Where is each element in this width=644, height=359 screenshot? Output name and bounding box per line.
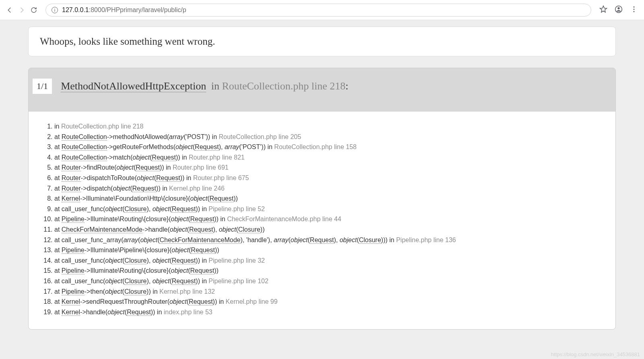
trace-class[interactable]: Pipeline [62, 288, 85, 295]
trace-type: object [171, 216, 188, 222]
trace-class[interactable]: Request [189, 226, 213, 233]
trace-class[interactable]: Closure [124, 288, 147, 295]
trace-line: at RouteCollection->methodNotAllowed(arr… [54, 132, 603, 142]
trace-class[interactable]: Router [62, 164, 81, 171]
trace-class[interactable]: Request [210, 195, 234, 202]
trace-class[interactable]: Request [190, 216, 215, 223]
trace-location[interactable]: Router.php line 691 [173, 164, 229, 171]
trace-class[interactable]: Request [310, 237, 334, 244]
trace-line: at call_user_func(object(Closure), objec… [54, 204, 603, 214]
trace-class[interactable]: RouteCollection [62, 133, 107, 141]
trace-line: at Kernel->sendRequestThroughRouter(obje… [54, 297, 603, 307]
trace-type: object [340, 237, 357, 243]
trace-type: object [153, 278, 170, 284]
trace-class[interactable]: Kernel [62, 309, 80, 316]
trace-class[interactable]: Kernel [62, 195, 80, 202]
reload-icon[interactable] [30, 6, 37, 14]
url-host: 127.0.0.1 [62, 6, 89, 14]
svg-point-1 [617, 7, 619, 9]
trace-location[interactable]: RouteCollection.php line 158 [274, 143, 357, 150]
trace-type: array [124, 237, 138, 243]
browser-top-bar: i 127.0.0.1:8000/PHPprimary/laravel/publ… [0, 0, 644, 20]
trace-type: object [171, 267, 188, 274]
trace-class[interactable]: Pipeline [62, 216, 85, 223]
trace-location[interactable]: Kernel.php line 132 [159, 288, 215, 295]
trace-location[interactable]: CheckForMaintenanceMode.php line 44 [227, 216, 341, 222]
url-path: :8000/PHPprimary/laravel/public/p [89, 6, 186, 14]
trace-class[interactable]: Pipeline [62, 247, 85, 254]
trace-location[interactable]: RouteCollection.php line 218 [61, 123, 144, 130]
whoops-title: Whoops, looks like something went wrong. [28, 27, 616, 56]
star-icon[interactable] [599, 5, 607, 15]
watermark: https://blog.csdn.net/weixin_34536881 [551, 351, 640, 357]
exception-name[interactable]: MethodNotAllowedHttpException [61, 80, 206, 92]
stack-trace: in RouteCollection.php line 218at RouteC… [29, 112, 615, 329]
trace-type: object [171, 247, 189, 253]
trace-location[interactable]: Pipeline.php line 32 [208, 257, 265, 264]
trace-class[interactable]: Request [127, 309, 151, 316]
trace-line: at call_user_func_array(array(object(Che… [54, 235, 603, 245]
trace-class[interactable]: Request [132, 185, 156, 192]
trace-location[interactable]: Kernel.php line 246 [169, 185, 225, 192]
trace-class[interactable]: Request [190, 267, 215, 274]
trace-class[interactable]: Closure [238, 226, 260, 233]
forward-icon[interactable] [18, 6, 25, 14]
trace-line: at Kernel->Illuminate\Foundation\Http\{c… [54, 193, 603, 204]
trace-type: object [190, 195, 208, 202]
trace-class[interactable]: RouteCollection [62, 154, 107, 161]
exception-header: 1/1 MethodNotAllowedHttpException in Rou… [29, 68, 615, 112]
trace-class[interactable]: Request [172, 205, 196, 213]
trace-type: array [169, 133, 184, 140]
trace-line: at Pipeline->then(object(Closure)) in Ke… [54, 286, 603, 297]
trace-class[interactable]: Request [172, 278, 196, 285]
trace-location[interactable]: index.php line 53 [164, 309, 213, 315]
trace-class[interactable]: Closure [124, 205, 147, 213]
trace-location[interactable]: RouteCollection.php line 205 [219, 133, 301, 140]
trace-class[interactable]: Request [189, 298, 213, 305]
trace-line: at call_user_func(object(Closure), objec… [54, 255, 603, 266]
trace-type: array [274, 237, 288, 243]
trace-class[interactable]: CheckForMaintenanceMode [159, 237, 240, 244]
trace-class[interactable]: CheckForMaintenanceMode [62, 226, 142, 233]
trace-class[interactable]: Request [195, 143, 219, 151]
trace-line: at Kernel->handle(object(Request)) in in… [54, 307, 603, 317]
exception-block: 1/1 MethodNotAllowedHttpException in Rou… [28, 68, 616, 330]
trace-class[interactable]: Router [62, 174, 81, 182]
trace-class[interactable]: Closure [124, 278, 147, 285]
trace-location[interactable]: Pipeline.php line 102 [208, 278, 268, 284]
trace-line: at CheckForMaintenanceMode->handle(objec… [54, 224, 603, 235]
profile-icon[interactable] [615, 5, 623, 15]
trace-location[interactable]: Router.php line 821 [189, 154, 245, 161]
trace-line: at call_user_func(object(Closure), objec… [54, 276, 603, 286]
menu-icon[interactable] [630, 5, 638, 15]
trace-class[interactable]: Closure [359, 237, 381, 244]
address-bar[interactable]: i 127.0.0.1:8000/PHPprimary/laravel/publ… [45, 4, 591, 17]
trace-class[interactable]: Request [172, 257, 196, 264]
trace-class[interactable]: Kernel [62, 298, 80, 305]
trace-class[interactable]: Pipeline [62, 267, 85, 274]
trace-type: object [219, 226, 236, 233]
back-icon[interactable] [6, 6, 13, 14]
trace-type: object [105, 288, 122, 295]
trace-line: at RouteCollection->getRouteForMethods(o… [54, 142, 603, 152]
trace-location[interactable]: Kernel.php line 99 [226, 298, 278, 305]
trace-class[interactable]: Request [152, 154, 176, 161]
exception-counter: 1/1 [33, 79, 52, 94]
trace-class[interactable]: Router [62, 185, 81, 192]
trace-class[interactable]: Request [156, 174, 180, 182]
svg-point-2 [634, 6, 635, 7]
trace-type: object [107, 309, 125, 315]
trace-location[interactable]: Router.php line 675 [193, 174, 249, 181]
site-info-icon[interactable]: i [52, 7, 58, 13]
trace-line: in RouteCollection.php line 218 [54, 121, 603, 132]
trace-class[interactable]: Closure [124, 257, 147, 264]
trace-class[interactable]: Request [136, 164, 160, 171]
trace-class[interactable]: Request [191, 247, 215, 254]
trace-location[interactable]: Pipeline.php line 52 [208, 205, 265, 212]
page-body: Whoops, looks like something went wrong.… [0, 20, 644, 359]
trace-location[interactable]: Pipeline.php line 136 [396, 237, 456, 243]
trace-line: at Pipeline->Illuminate\Routing\{closure… [54, 214, 603, 224]
exception-location[interactable]: RouteCollection.php line 218 [222, 80, 345, 92]
trace-class[interactable]: RouteCollection [62, 143, 107, 151]
trace-type: array [225, 143, 239, 150]
